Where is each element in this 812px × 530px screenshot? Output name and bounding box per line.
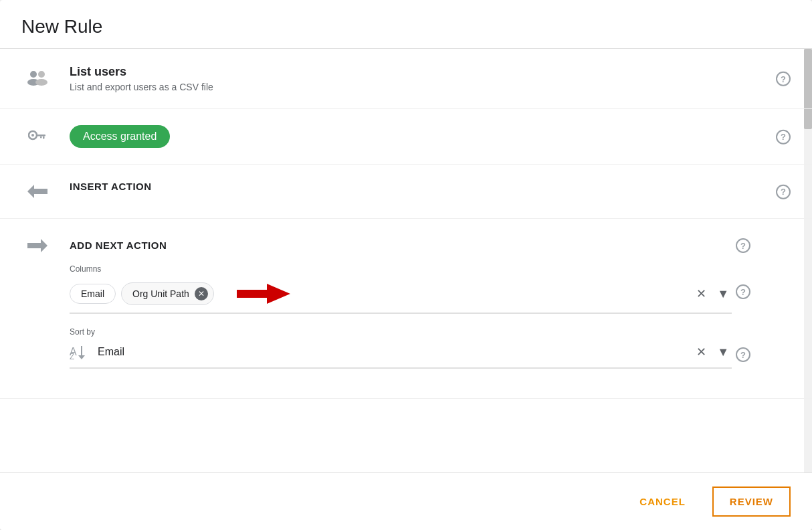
users-icon: [27, 68, 48, 91]
access-granted-badge[interactable]: Access granted: [70, 125, 170, 148]
insert-action-help[interactable]: ?: [776, 184, 791, 199]
dialog-body: List users List and export users as a CS…: [0, 49, 812, 472]
access-section: Access granted ?: [0, 109, 812, 165]
insert-action-section: INSERT ACTION ?: [0, 165, 812, 219]
access-help[interactable]: ?: [776, 129, 791, 145]
list-users-subtitle: List and export users as a CSV file: [70, 82, 772, 92]
sort-by-actions: ✕ ▼: [694, 342, 732, 362]
add-next-action-section: ADD NEXT ACTION ? Columns Email: [0, 219, 812, 399]
users-icon-container: [21, 68, 54, 91]
org-unit-path-chip-remove[interactable]: ✕: [195, 287, 208, 300]
columns-clear-icon[interactable]: ✕: [694, 284, 709, 304]
add-next-action-content: ADD NEXT ACTION: [70, 240, 736, 252]
list-users-content: List users List and export users as a CS…: [70, 65, 772, 92]
list-users-section: List users List and export users as a CS…: [0, 49, 812, 109]
arrow-right-icon: [27, 238, 47, 256]
key-icon-container: [21, 128, 54, 145]
access-content: Access granted: [70, 125, 772, 148]
sort-by-clear-icon[interactable]: ✕: [694, 342, 709, 362]
svg-rect-8: [40, 137, 42, 139]
columns-help-icon[interactable]: ?: [736, 284, 750, 299]
list-users-help-icon[interactable]: ?: [776, 72, 791, 86]
columns-row: Email Org Unit Path ✕: [70, 280, 732, 307]
sort-by-value: Email: [98, 346, 694, 358]
dialog-header: New Rule: [0, 0, 812, 49]
svg-marker-10: [27, 239, 47, 252]
org-unit-path-chip-label: Org Unit Path: [132, 288, 189, 299]
svg-rect-7: [43, 137, 45, 139]
sort-by-row: A Z Email ✕ ▼: [70, 342, 732, 369]
svg-rect-6: [36, 135, 45, 137]
list-users-title: List users: [70, 65, 772, 79]
svg-marker-11: [237, 284, 290, 304]
columns-dropdown-icon[interactable]: ▼: [714, 284, 732, 304]
red-arrow-annotation: [230, 280, 290, 307]
review-button[interactable]: REVIEW: [712, 487, 791, 517]
sort-by-label: Sort by: [70, 327, 732, 337]
arrow-left-icon: [27, 183, 47, 202]
svg-marker-9: [27, 185, 47, 198]
key-icon: [28, 128, 47, 145]
add-next-action-label[interactable]: ADD NEXT ACTION: [70, 240, 167, 251]
svg-marker-15: [78, 355, 85, 359]
svg-point-5: [31, 134, 34, 137]
dialog-title: New Rule: [21, 16, 791, 37]
insert-action-help-icon[interactable]: ?: [776, 184, 791, 199]
insert-action-content: INSERT ACTION: [70, 181, 772, 193]
svg-text:Z: Z: [70, 352, 74, 359]
columns-label: Columns: [70, 264, 732, 274]
email-chip-label: Email: [81, 288, 104, 299]
email-chip[interactable]: Email: [70, 284, 116, 304]
new-rule-dialog: New Rule List users List an: [0, 0, 812, 530]
sort-by-help-icon[interactable]: ?: [736, 347, 750, 362]
sort-by-dropdown-icon[interactable]: ▼: [714, 343, 732, 362]
cancel-button[interactable]: CANCEL: [623, 488, 702, 515]
svg-point-2: [38, 71, 45, 78]
sort-icon: A Z: [70, 345, 87, 359]
svg-point-3: [35, 79, 47, 86]
add-next-action-help-icon[interactable]: ?: [736, 238, 750, 253]
arrow-right-icon-container: [21, 238, 54, 256]
columns-actions: ✕ ▼: [694, 284, 732, 304]
dialog-footer: CANCEL REVIEW: [0, 472, 812, 530]
svg-point-0: [30, 71, 37, 78]
list-users-help[interactable]: ?: [776, 71, 791, 86]
insert-action-label[interactable]: INSERT ACTION: [70, 181, 152, 192]
access-help-icon[interactable]: ?: [776, 129, 791, 144]
chips-area: Email Org Unit Path ✕: [70, 280, 694, 307]
arrow-left-icon-container: [21, 183, 54, 202]
org-unit-path-chip[interactable]: Org Unit Path ✕: [121, 282, 214, 305]
